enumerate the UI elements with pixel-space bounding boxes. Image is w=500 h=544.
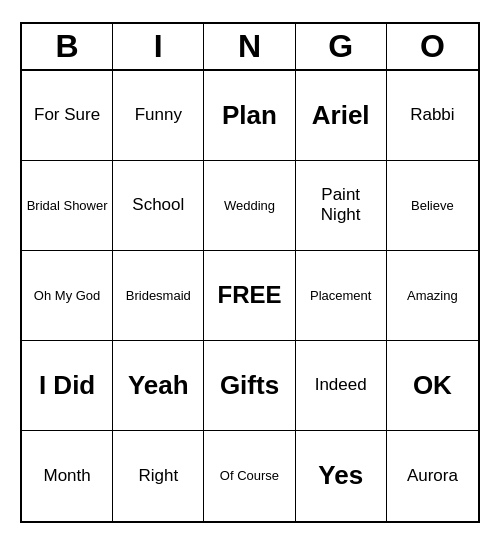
bingo-cell: Amazing (387, 251, 478, 341)
bingo-cell: Aurora (387, 431, 478, 521)
bingo-cell: OK (387, 341, 478, 431)
bingo-cell: Indeed (296, 341, 387, 431)
bingo-cell: Funny (113, 71, 204, 161)
header-letter: G (296, 24, 387, 69)
bingo-cell: School (113, 161, 204, 251)
bingo-cell: Month (22, 431, 113, 521)
bingo-cell: Yeah (113, 341, 204, 431)
bingo-cell: Oh My God (22, 251, 113, 341)
bingo-cell: Gifts (204, 341, 295, 431)
bingo-cell: Believe (387, 161, 478, 251)
bingo-card: BINGO For SureFunnyPlanArielRabbiBridal … (20, 22, 480, 523)
bingo-cell: Paint Night (296, 161, 387, 251)
bingo-cell: I Did (22, 341, 113, 431)
bingo-cell: Plan (204, 71, 295, 161)
bingo-cell: Yes (296, 431, 387, 521)
header-letter: B (22, 24, 113, 69)
bingo-header: BINGO (22, 24, 478, 71)
bingo-cell: Wedding (204, 161, 295, 251)
bingo-cell: Rabbi (387, 71, 478, 161)
bingo-cell: Bridesmaid (113, 251, 204, 341)
header-letter: I (113, 24, 204, 69)
bingo-cell: FREE (204, 251, 295, 341)
bingo-cell: Right (113, 431, 204, 521)
bingo-grid: For SureFunnyPlanArielRabbiBridal Shower… (22, 71, 478, 521)
bingo-cell: Ariel (296, 71, 387, 161)
header-letter: O (387, 24, 478, 69)
bingo-cell: Bridal Shower (22, 161, 113, 251)
bingo-cell: Placement (296, 251, 387, 341)
bingo-cell: Of Course (204, 431, 295, 521)
header-letter: N (204, 24, 295, 69)
bingo-cell: For Sure (22, 71, 113, 161)
